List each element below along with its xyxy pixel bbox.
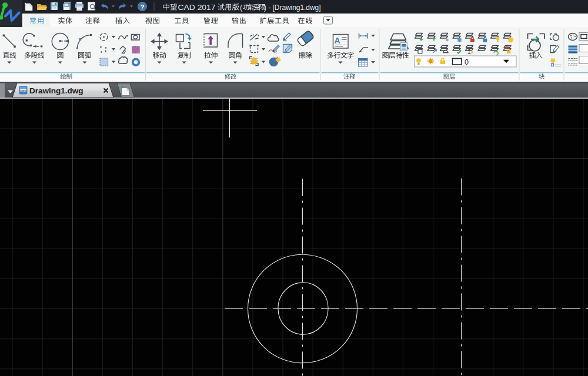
svg-text:A: A — [334, 36, 340, 45]
svg-text:Drawing1.dwg: Drawing1.dwg — [29, 86, 83, 95]
svg-text:) - [Drawing1.dwg]: ) - [Drawing1.dwg] — [264, 3, 321, 12]
svg-text:0: 0 — [465, 58, 469, 66]
svg-text:DWG: DWG — [21, 89, 26, 92]
svg-text:?: ? — [140, 4, 144, 11]
svg-text:CAD 2017: CAD 2017 — [178, 3, 216, 12]
